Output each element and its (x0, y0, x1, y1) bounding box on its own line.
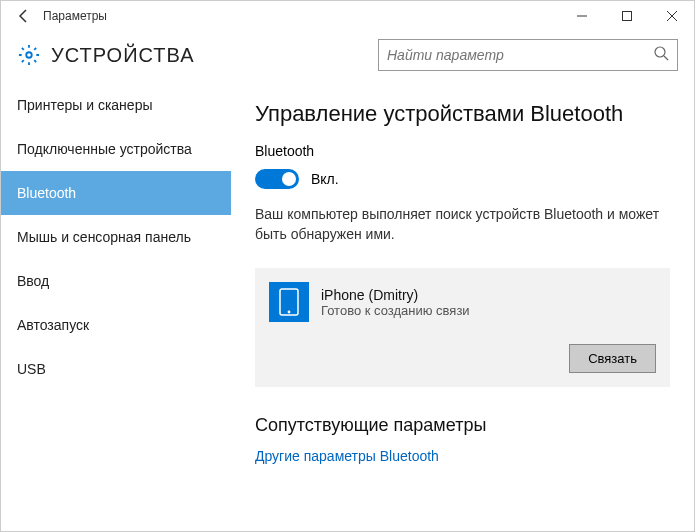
device-card[interactable]: iPhone (Dmitry) Готово к созданию связи … (255, 268, 670, 387)
sidebar-item-bluetooth[interactable]: Bluetooth (1, 171, 231, 215)
window-title: Параметры (43, 9, 559, 23)
bluetooth-description: Ваш компьютер выполняет поиск устройств … (255, 205, 670, 244)
toggle-state-text: Вкл. (311, 171, 339, 187)
main-content: Управление устройствами Bluetooth Blueto… (231, 83, 694, 532)
maximize-button[interactable] (604, 1, 649, 31)
close-button[interactable] (649, 1, 694, 31)
window-controls (559, 1, 694, 31)
search-icon (653, 45, 669, 65)
sidebar-item-printers[interactable]: Принтеры и сканеры (1, 83, 231, 127)
section-title: Управление устройствами Bluetooth (255, 101, 670, 127)
svg-point-3 (655, 47, 665, 57)
device-status: Готово к созданию связи (321, 303, 470, 318)
sidebar-item-typing[interactable]: Ввод (1, 259, 231, 303)
bluetooth-toggle[interactable] (255, 169, 299, 189)
toggle-label: Bluetooth (255, 143, 670, 159)
gear-icon (17, 43, 41, 67)
related-settings-title: Сопутствующие параметры (255, 415, 670, 436)
sidebar-item-usb[interactable]: USB (1, 347, 231, 391)
sidebar-item-autoplay[interactable]: Автозапуск (1, 303, 231, 347)
titlebar: Параметры (1, 1, 694, 31)
header: УСТРОЙСТВА (1, 31, 694, 83)
search-box[interactable] (378, 39, 678, 71)
back-button[interactable] (9, 1, 39, 31)
page-title: УСТРОЙСТВА (51, 44, 195, 67)
sidebar-item-mouse[interactable]: Мышь и сенсорная панель (1, 215, 231, 259)
minimize-button[interactable] (559, 1, 604, 31)
sidebar-item-connected-devices[interactable]: Подключенные устройства (1, 127, 231, 171)
more-bluetooth-link[interactable]: Другие параметры Bluetooth (255, 448, 670, 464)
svg-point-2 (26, 52, 32, 58)
device-name: iPhone (Dmitry) (321, 287, 470, 303)
svg-point-6 (288, 311, 291, 314)
svg-line-4 (664, 56, 668, 60)
phone-icon (269, 282, 309, 322)
connect-button[interactable]: Связать (569, 344, 656, 373)
sidebar: Принтеры и сканеры Подключенные устройст… (1, 83, 231, 532)
search-input[interactable] (387, 47, 653, 63)
svg-rect-1 (622, 12, 631, 21)
